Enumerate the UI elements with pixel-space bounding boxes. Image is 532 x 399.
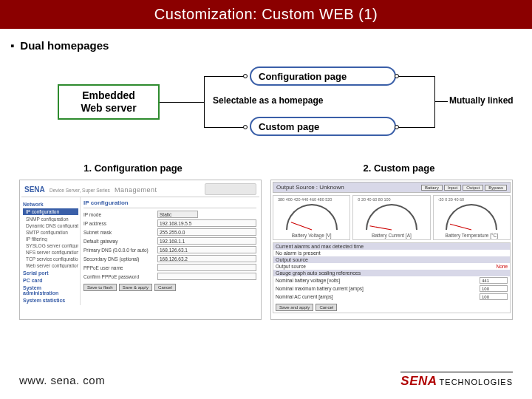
s1-logo: SENA	[24, 185, 45, 194]
s2-cancel-button[interactable]: Cancel	[316, 304, 337, 311]
s2-gauge-voltage: 380 400 420 440 460 480 520 Battery Volt…	[273, 195, 350, 240]
s1-save-apply-button[interactable]: Save & apply	[119, 284, 152, 291]
selectable-label: Selectable as a homepage	[213, 95, 323, 106]
bullet-icon: ▪	[10, 39, 14, 52]
s2-output-source-label: Output Source : Unknown	[276, 184, 344, 191]
s2-save-apply-button[interactable]: Save and apply	[276, 304, 313, 311]
caption-right: 2. Custom page	[266, 163, 532, 174]
s2-nominal-voltage-input[interactable]: 441	[480, 277, 508, 284]
slide-title: Customization: Custom WEB (1)	[0, 0, 532, 29]
s1-device-image	[205, 183, 256, 195]
s2-output-src-label: Output source	[276, 264, 496, 269]
s2-gauge-temp: -20 0 20 40 60 Battery Temperature [°C]	[433, 195, 511, 240]
s2-tab-output[interactable]: Output	[463, 185, 483, 191]
screenshot-configuration-page: SENA Device Server, Super Series Managem…	[19, 180, 262, 320]
footer-logo: SENA TECHNOLOGIES	[400, 372, 513, 389]
s2-scaling-header: Gauge graph auto scaling references	[273, 270, 510, 276]
s2-nominal-ac-input[interactable]: 100	[480, 293, 508, 300]
s2-nominal-current-input[interactable]: 100	[480, 285, 508, 292]
s2-alarms-text: No alarm is present	[276, 250, 321, 256]
s2-tab-bypass[interactable]: Bypass	[485, 185, 507, 191]
s1-nav-ip-config[interactable]: IP configuration	[23, 208, 78, 215]
s2-alarms-header: Current alarms and max detected time	[273, 243, 510, 250]
s2-gauge-current: 0 20 40 60 80 100 Battery Current [A]	[352, 195, 430, 240]
subtitle-text: Dual homepages	[20, 39, 109, 52]
s1-sidebar: Network IP configuration SNMP configurat…	[21, 197, 81, 305]
s2-output-header: Output source	[273, 256, 510, 263]
s1-gateway-input[interactable]: 192.168.1.1	[157, 237, 256, 245]
s1-ipaddr-input[interactable]: 192.168.19.5.5	[157, 219, 256, 227]
s1-panel-title: IP configuration	[83, 200, 256, 208]
mutually-linked-label: Mutually linked	[449, 95, 514, 106]
s1-dns2-input[interactable]: 168.126.63.2	[157, 255, 256, 262]
s1-save-flash-button[interactable]: Save to flash	[83, 284, 117, 291]
s1-subnet-input[interactable]: 255.255.0.0	[157, 228, 256, 236]
s2-tab-input[interactable]: Input	[444, 185, 461, 191]
s1-ipmode-select[interactable]: Static	[157, 211, 198, 218]
screenshot-custom-page: Output Source : Unknown Battery Input Ou…	[270, 180, 513, 320]
footer-url: www. sena. com	[19, 374, 105, 386]
embedded-server-box: Embedded Web server	[58, 84, 160, 120]
screenshot-captions: 1. Configuration page 2. Custom page	[0, 163, 532, 174]
s1-pppoe-user-input[interactable]	[157, 264, 256, 271]
caption-left: 1. Configuration page	[0, 163, 266, 174]
slide-footer: www. sena. com SENA TECHNOLOGIES	[0, 372, 532, 389]
custom-page-box: Custom page	[250, 117, 396, 136]
s2-tab-battery[interactable]: Battery	[421, 185, 443, 191]
s1-dns1-input[interactable]: 168.126.63.1	[157, 246, 256, 253]
s1-cancel-button[interactable]: Cancel	[154, 284, 176, 291]
configuration-page-box: Configuration page	[250, 66, 396, 86]
slide-subtitle: ▪Dual homepages	[0, 29, 532, 52]
s2-output-value: None	[496, 264, 508, 269]
s1-pppoe-pw-input[interactable]	[157, 273, 256, 280]
diagram: Embedded Web server Configuration page C…	[0, 58, 532, 161]
